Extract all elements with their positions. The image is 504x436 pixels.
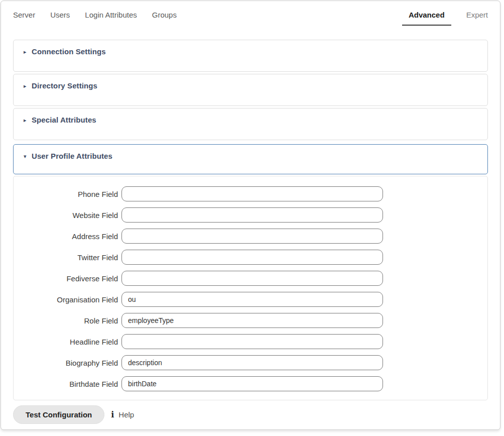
field-label-website-field: Website Field	[14, 211, 121, 220]
field-label-organisation-field: Organisation Field	[14, 295, 121, 304]
help-link[interactable]: i Help	[111, 410, 134, 419]
tab-expert[interactable]: Expert	[466, 10, 488, 20]
tab-group-right: AdvancedExpert	[402, 10, 488, 26]
triangle-down-icon: ▾	[24, 153, 32, 160]
info-icon: i	[111, 411, 114, 419]
field-label-headline-field: Headline Field	[14, 338, 121, 346]
tab-server[interactable]: Server	[13, 10, 35, 20]
footer: Test Configuration i Help	[13, 405, 488, 424]
field-input-organisation-field[interactable]	[121, 292, 383, 307]
test-configuration-button[interactable]: Test Configuration	[13, 405, 104, 424]
tab-groups[interactable]: Groups	[152, 10, 177, 20]
section-title: Directory Settings	[32, 81, 97, 90]
field-label-fediverse-field: Fediverse Field	[14, 274, 121, 283]
form-row: Website Field	[14, 207, 487, 223]
ldap-settings-panel: ServerUsersLogin AttributesGroups Advanc…	[1, 1, 500, 430]
form-row: Headline Field	[14, 334, 487, 349]
sections-container: ▸Connection Settings▸Directory Settings▸…	[13, 40, 488, 400]
form-row: Role Field	[14, 313, 487, 328]
field-label-phone-field: Phone Field	[14, 190, 121, 198]
field-input-website-field[interactable]	[121, 207, 383, 223]
field-input-twitter-field[interactable]	[121, 250, 383, 265]
field-label-role-field: Role Field	[14, 316, 121, 325]
form-row: Twitter Field	[14, 250, 487, 265]
tab-users[interactable]: Users	[50, 10, 70, 20]
tab-login-attributes[interactable]: Login Attributes	[85, 10, 137, 20]
field-input-role-field[interactable]	[121, 313, 383, 328]
field-label-biography-field: Biography Field	[14, 359, 121, 367]
field-label-address-field: Address Field	[14, 232, 121, 241]
section-header-directory-settings[interactable]: ▸Directory Settings	[13, 74, 488, 106]
form-row: Organisation Field	[14, 292, 487, 307]
field-label-twitter-field: Twitter Field	[14, 253, 121, 262]
tab-advanced[interactable]: Advanced	[402, 10, 451, 26]
field-input-fediverse-field[interactable]	[121, 271, 383, 286]
section-header-special-attributes[interactable]: ▸Special Attributes	[13, 108, 488, 140]
triangle-right-icon: ▸	[24, 83, 32, 89]
field-label-birthdate-field: Birthdate Field	[14, 380, 121, 388]
section-header-connection-settings[interactable]: ▸Connection Settings	[13, 40, 488, 72]
section-header-user-profile-attributes[interactable]: ▾User Profile Attributes	[13, 144, 488, 174]
field-input-headline-field[interactable]	[121, 334, 383, 349]
field-input-biography-field[interactable]	[121, 355, 383, 370]
section-title: Special Attributes	[32, 116, 96, 124]
field-input-birthdate-field[interactable]	[121, 376, 383, 391]
field-input-phone-field[interactable]	[121, 186, 383, 201]
tab-group-left: ServerUsersLogin AttributesGroups	[13, 10, 177, 20]
section-title: User Profile Attributes	[32, 152, 112, 160]
field-input-address-field[interactable]	[121, 229, 383, 244]
form-row: Address Field	[14, 229, 487, 244]
section-title: Connection Settings	[32, 47, 106, 56]
help-label: Help	[118, 410, 134, 419]
section-content-user-profile-attributes: Phone FieldWebsite FieldAddress FieldTwi…	[13, 176, 488, 400]
triangle-right-icon: ▸	[24, 117, 32, 124]
triangle-right-icon: ▸	[24, 49, 32, 55]
tab-bar: ServerUsersLogin AttributesGroups Advanc…	[13, 10, 488, 26]
form-row: Phone Field	[14, 186, 487, 201]
form-row: Fediverse Field	[14, 271, 487, 286]
form-row: Biography Field	[14, 355, 487, 370]
form-row: Birthdate Field	[14, 376, 487, 391]
